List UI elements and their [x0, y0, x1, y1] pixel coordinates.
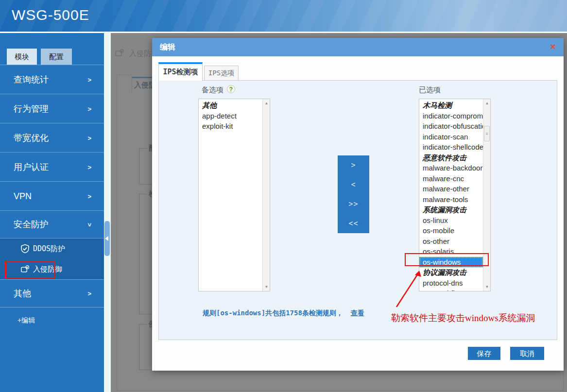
sidebar-item-ddos[interactable]: DDOS防护 [0, 239, 104, 259]
list-group-header[interactable]: 其他 [199, 100, 262, 111]
list-group-header[interactable]: 系统漏洞攻击 [419, 205, 483, 215]
list-item[interactable]: os-solaris [419, 246, 483, 257]
sidebar-item-intrusion-prevention[interactable]: 入侵防御 [0, 259, 104, 279]
view-rules-link[interactable]: 查看 [351, 309, 364, 317]
selected-list-label: 已选项 [419, 85, 441, 95]
tab-panel: 备选项 ? 已选项 其他app-detectexploit-kit ▲ ▼ 木马… [158, 80, 557, 340]
sidebar-item[interactable]: 带宽优化> [0, 123, 104, 152]
list-item[interactable]: os-mobile [419, 225, 483, 236]
chevron-icon: > [87, 163, 91, 170]
sidebar-tab-bar: 模块 配置 [0, 49, 104, 65]
sidebar: 模块 配置 查询统计>行为管理>带宽优化>用户认证>VPN>安全防护˅DDOS防… [0, 33, 104, 392]
move-all-right-button[interactable]: >> [338, 194, 369, 214]
app-title: WSG-500E [12, 7, 89, 23]
collapse-left-icon [105, 236, 108, 241]
sidebar-tab-config[interactable]: 配置 [41, 49, 72, 65]
chevron-icon: > [87, 105, 91, 112]
sidebar-collapse-handle[interactable] [104, 221, 110, 256]
scroll-down-icon[interactable]: ▼ [263, 283, 270, 290]
available-list-label: 备选项 [202, 85, 223, 95]
rule-count-info: 规则[os-windows]共包括1758条检测规则，查看 [203, 309, 364, 318]
sidebar-edit-button[interactable]: +编辑 [0, 307, 104, 331]
tab-ips-options[interactable]: IPS选项 [204, 66, 239, 80]
sidebar-item[interactable]: 其他> [0, 279, 104, 307]
annotation-text: 勒索软件主要攻击windows系统漏洞 [391, 312, 535, 324]
move-right-button[interactable]: > [338, 155, 369, 175]
list-item[interactable]: os-windows [419, 257, 483, 268]
app-header: WSG-500E [0, 0, 567, 32]
list-item[interactable]: malware-other [419, 184, 483, 194]
stamp-check-icon [20, 265, 30, 274]
selected-listbox[interactable]: 木马检测indicator-compromisindicator-obfusca… [419, 99, 491, 291]
dialog-titlebar: 编辑 × [152, 38, 564, 56]
edit-dialog: 编辑 × IPS检测项 IPS选项 备选项 ? 已选项 其他app-detect… [152, 38, 564, 371]
tab-ips-detection[interactable]: IPS检测项 [158, 62, 203, 81]
list-item[interactable]: os-other [419, 236, 483, 247]
sidebar-item[interactable]: 安全防护˅ [0, 210, 104, 238]
list-item[interactable]: indicator-obfuscatio [419, 121, 483, 132]
rule-count-text: 规则[os-windows]共包括1758条检测规则， [203, 309, 343, 317]
sidebar-item-label: 其他 [14, 288, 31, 299]
sidebar-tab-module[interactable]: 模块 [7, 49, 37, 65]
save-button[interactable]: 保存 [468, 347, 500, 360]
sidebar-item-label: 行为管理 [14, 103, 49, 115]
move-left-button[interactable]: < [338, 175, 369, 194]
sidebar-item-label: 安全防护 [14, 219, 49, 230]
close-icon[interactable]: × [550, 41, 556, 52]
selected-list-items: 木马检测indicator-compromisindicator-obfusca… [419, 100, 483, 291]
available-list-items: 其他app-detectexploit-kit [199, 100, 262, 291]
list-item[interactable]: indicator-scan [419, 132, 483, 142]
list-group-header[interactable]: 木马检测 [419, 100, 483, 111]
list-group-header[interactable]: 协议漏洞攻击 [419, 267, 483, 278]
sidebar-gutter [104, 33, 111, 392]
list-item[interactable]: indicator-compromis [419, 111, 483, 121]
sidebar-item[interactable]: 用户认证> [0, 152, 104, 181]
list-item[interactable]: exploit-kit [199, 121, 262, 132]
chevron-icon: > [87, 76, 91, 83]
chevron-icon: ˅ [87, 221, 91, 228]
sidebar-item-label: VPN [14, 191, 32, 201]
sidebar-item[interactable]: 查询统计> [0, 65, 104, 94]
list-group-header[interactable]: 恶意软件攻击 [419, 153, 483, 163]
list-item[interactable]: os-linux [419, 215, 483, 226]
help-icon[interactable]: ? [227, 85, 235, 93]
shield-check-icon [20, 244, 30, 254]
sidebar-item-label: 用户认证 [14, 161, 49, 173]
scrollbar-thumb[interactable]: ≡ [484, 126, 490, 141]
transfer-button-group: ><>><< [338, 155, 369, 233]
sidebar-menu: 查询统计>行为管理>带宽优化>用户认证>VPN>安全防护˅DDOS防护入侵防御其… [0, 65, 104, 331]
sidebar-item-label: DDOS防护 [33, 244, 65, 254]
list-item[interactable]: app-detect [199, 111, 262, 121]
page: WSG-500E 模块 配置 查询统计>行为管理>带宽优化>用户认证>VPN>安… [0, 0, 567, 392]
chevron-icon: > [87, 192, 91, 200]
sidebar-item[interactable]: 行为管理> [0, 94, 104, 123]
move-all-left-button[interactable]: << [338, 214, 369, 233]
scroll-up-icon[interactable]: ▲ [483, 100, 491, 107]
sidebar-item[interactable]: VPN> [0, 181, 104, 210]
sidebar-item-label: 入侵防御 [33, 265, 62, 274]
chevron-icon: > [87, 290, 91, 297]
sidebar-item-label: 查询统计 [14, 74, 49, 85]
available-listbox[interactable]: 其他app-detectexploit-kit ▲ ▼ [198, 99, 270, 291]
scroll-up-icon[interactable]: ▲ [263, 100, 270, 107]
list-item[interactable]: indicator-shellcode [419, 142, 483, 153]
list-item[interactable]: protocol-finger [419, 288, 483, 291]
sidebar-item-label: 带宽优化 [14, 132, 49, 144]
list-item[interactable]: malware-tools [419, 194, 483, 205]
cancel-button[interactable]: 取消 [510, 347, 544, 360]
selected-scrollbar[interactable]: ▲ ≡ ▼ [483, 99, 490, 291]
scroll-down-icon[interactable]: ▼ [483, 283, 491, 290]
list-item[interactable]: protocol-dns [419, 278, 483, 289]
chevron-icon: > [87, 134, 91, 141]
list-item[interactable]: malware-cnc [419, 173, 483, 184]
sidebar-submenu: DDOS防护入侵防御 [0, 238, 104, 279]
dialog-title: 编辑 [160, 38, 175, 56]
available-scrollbar[interactable]: ▲ ▼ [262, 99, 270, 291]
list-item[interactable]: malware-backdoor [419, 163, 483, 173]
sidebar-edit-label: +编辑 [17, 316, 35, 325]
